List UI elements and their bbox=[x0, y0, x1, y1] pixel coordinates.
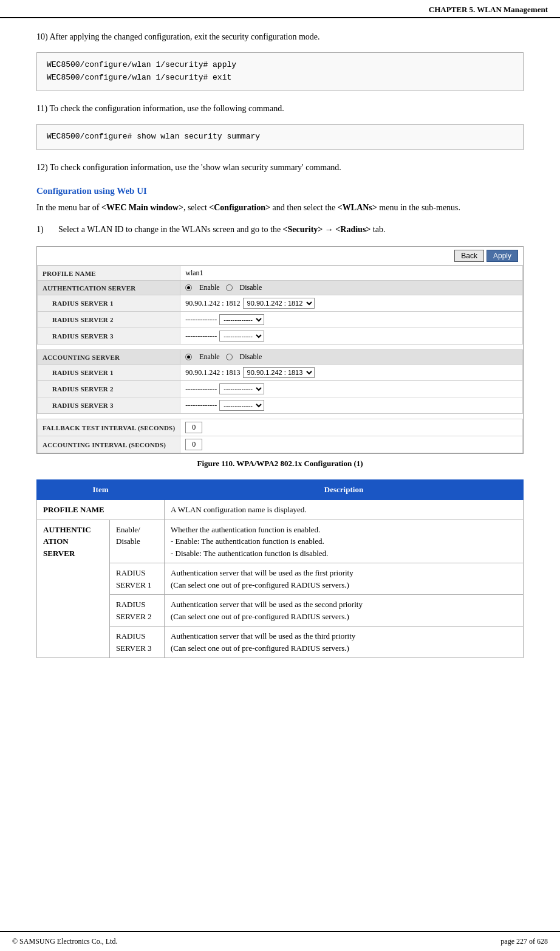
auth-server-radio: Enable Disable bbox=[180, 281, 523, 295]
radius-server-3-select[interactable]: ------------- bbox=[219, 331, 264, 342]
sub-enable-disable: Enable/Disable bbox=[110, 520, 165, 563]
disable-radio-icon[interactable] bbox=[226, 284, 233, 291]
radius-server-1-select[interactable]: 90.90.1.242 : 1812 bbox=[243, 298, 315, 309]
chapter-title: CHAPTER 5. WLAN Management bbox=[429, 5, 548, 14]
config-heading: Configuration using Web UI bbox=[36, 186, 524, 196]
desc-col2-header: Description bbox=[165, 480, 524, 500]
table-row-acc-header: ACCOUNTING SERVER Enable Disable bbox=[38, 350, 523, 365]
profile-name-value: wlan1 bbox=[180, 266, 523, 281]
step1-num: 1) bbox=[36, 223, 58, 236]
table-row-spacer1 bbox=[38, 345, 523, 350]
radius-server-2-value: ------------- ------------- bbox=[180, 312, 523, 328]
step10-text: 10) After applying the changed configura… bbox=[36, 30, 524, 44]
table-row-acc-radius1: RADIUS SERVER 1 90.90.1.242 : 1813 90.90… bbox=[38, 365, 523, 381]
acc-enable-radio-icon[interactable] bbox=[185, 354, 192, 360]
acc-radius-server-2-value: ------------- ------------- bbox=[180, 381, 523, 397]
item-profile-name: PROFILE NAME bbox=[37, 500, 165, 520]
accounting-interval-label: ACCOUNTING INTERVAL (SECONDS) bbox=[38, 436, 180, 453]
code-line-2: WEC8500/configure/wlan 1/security# exit bbox=[47, 72, 513, 84]
table-row-spacer2 bbox=[38, 414, 523, 419]
code-block-2: WEC8500/configure# show wlan security su… bbox=[36, 124, 524, 150]
ui-config-table: PROFILE NAME wlan1 AUTHENTICATION SERVER… bbox=[37, 266, 523, 453]
footer-page: page 227 of 628 bbox=[500, 937, 548, 946]
table-row: PROFILE NAME A WLAN configuration name i… bbox=[37, 500, 524, 520]
acc-disable-label: Disable bbox=[240, 352, 262, 362]
acc-disable-radio-icon[interactable] bbox=[226, 354, 233, 360]
disable-label: Disable bbox=[240, 283, 262, 292]
profile-name-label: PROFILE NAME bbox=[38, 266, 180, 281]
table-row-profile: PROFILE NAME wlan1 bbox=[38, 266, 523, 281]
acc-radius-server-3-value: ------------- ------------- bbox=[180, 397, 523, 414]
desc-radius3: Authentication server that will be used … bbox=[165, 627, 524, 658]
table-row-acc-radius2: RADIUS SERVER 2 ------------- ----------… bbox=[38, 381, 523, 397]
apply-button[interactable]: Apply bbox=[487, 250, 518, 262]
footer-copyright: © SAMSUNG Electronics Co., Ltd. bbox=[12, 937, 117, 946]
back-button[interactable]: Back bbox=[454, 250, 484, 262]
enable-label: Enable bbox=[199, 283, 219, 292]
code-line-1: WEC8500/configure/wlan 1/security# apply bbox=[47, 59, 513, 72]
step1-text: Select a WLAN ID to change in the WLANs … bbox=[58, 223, 524, 236]
fallback-value: 0 bbox=[180, 419, 523, 436]
table-row: RADIUSSERVER 2 Authentication server tha… bbox=[37, 595, 524, 627]
enable-radio-icon[interactable] bbox=[185, 284, 192, 291]
radius-server-1-value: 90.90.1.242 : 1812 90.90.1.242 : 1812 bbox=[180, 295, 523, 312]
acc-server-radio: Enable Disable bbox=[180, 350, 523, 365]
table-row-accounting-interval: ACCOUNTING INTERVAL (SECONDS) 0 bbox=[38, 436, 523, 453]
auth-server-label: AUTHENTICATION SERVER bbox=[38, 281, 180, 295]
table-row-radius1: RADIUS SERVER 1 90.90.1.242 : 1812 90.90… bbox=[38, 295, 523, 312]
table-row: RADIUSSERVER 3 Authentication server tha… bbox=[37, 627, 524, 658]
config-intro: In the menu bar of <WEC Main window>, se… bbox=[36, 201, 524, 215]
desc-col1-header: Item bbox=[37, 480, 165, 500]
page-header: CHAPTER 5. WLAN Management bbox=[0, 0, 560, 18]
description-table: Item Description PROFILE NAME A WLAN con… bbox=[36, 479, 524, 658]
figure-caption: Figure 110. WPA/WPA2 802.1x Configuratio… bbox=[36, 459, 524, 469]
table-row-radius3: RADIUS SERVER 3 ------------- ----------… bbox=[38, 328, 523, 345]
step1-item: 1) Select a WLAN ID to change in the WLA… bbox=[36, 223, 524, 236]
table-row: RADIUSSERVER 1 Authentication server tha… bbox=[37, 563, 524, 595]
acc-radius-server-3-select[interactable]: ------------- bbox=[219, 400, 264, 411]
acc-radius-server-1-select[interactable]: 90.90.1.242 : 1813 bbox=[243, 367, 315, 378]
sub-radius2: RADIUSSERVER 2 bbox=[110, 595, 165, 627]
acc-radius-server-2-select[interactable]: ------------- bbox=[219, 383, 264, 394]
ui-screenshot: Back Apply PROFILE NAME wlan1 AUTHENTICA… bbox=[36, 246, 524, 454]
ui-top-bar: Back Apply bbox=[37, 247, 523, 266]
accounting-server-label: ACCOUNTING SERVER bbox=[38, 350, 180, 365]
step11-text: 11) To check the configuration informati… bbox=[36, 102, 524, 115]
step12-text: 12) To check configuration information, … bbox=[36, 161, 524, 174]
acc-radius-server-1-label: RADIUS SERVER 1 bbox=[38, 365, 180, 381]
acc-radius-server-2-label: RADIUS SERVER 2 bbox=[38, 381, 180, 397]
table-row-acc-radius3: RADIUS SERVER 3 ------------- ----------… bbox=[38, 397, 523, 414]
radius-server-3-value: ------------- ------------- bbox=[180, 328, 523, 345]
radius-server-2-select[interactable]: ------------- bbox=[219, 314, 264, 325]
sub-radius1: RADIUSSERVER 1 bbox=[110, 563, 165, 595]
table-row-auth-header: AUTHENTICATION SERVER Enable Disable bbox=[38, 281, 523, 295]
desc-radius1: Authentication server that will be used … bbox=[165, 563, 524, 595]
desc-radius2: Authentication server that will be used … bbox=[165, 595, 524, 627]
acc-radius-server-1-value: 90.90.1.242 : 1813 90.90.1.242 : 1813 bbox=[180, 365, 523, 381]
sub-radius3: RADIUSSERVER 3 bbox=[110, 627, 165, 658]
item-auth-server: AUTHENTICATIONSERVER bbox=[37, 520, 110, 658]
table-row-fallback: FALLBACK TEST INTERVAL (SECONDS) 0 bbox=[38, 419, 523, 436]
desc-profile-name: A WLAN configuration name is displayed. bbox=[165, 500, 524, 520]
desc-table-header-row: Item Description bbox=[37, 480, 524, 500]
radius-server-3-label: RADIUS SERVER 3 bbox=[38, 328, 180, 345]
acc-radius-server-3-label: RADIUS SERVER 3 bbox=[38, 397, 180, 414]
page-content: 10) After applying the changed configura… bbox=[0, 18, 560, 695]
acc-enable-label: Enable bbox=[199, 352, 219, 362]
code-block-1: WEC8500/configure/wlan 1/security# apply… bbox=[36, 52, 524, 91]
radius-server-1-label: RADIUS SERVER 1 bbox=[38, 295, 180, 312]
fallback-label: FALLBACK TEST INTERVAL (SECONDS) bbox=[38, 419, 180, 436]
code-line-3: WEC8500/configure# show wlan security su… bbox=[47, 131, 513, 143]
table-row: AUTHENTICATIONSERVER Enable/Disable Whet… bbox=[37, 520, 524, 563]
radius-server-2-label: RADIUS SERVER 2 bbox=[38, 312, 180, 328]
desc-enable-disable: Whether the authentication function is e… bbox=[165, 520, 524, 563]
page-footer: © SAMSUNG Electronics Co., Ltd. page 227… bbox=[0, 931, 560, 951]
table-row-radius2: RADIUS SERVER 2 ------------- ----------… bbox=[38, 312, 523, 328]
accounting-interval-value: 0 bbox=[180, 436, 523, 453]
